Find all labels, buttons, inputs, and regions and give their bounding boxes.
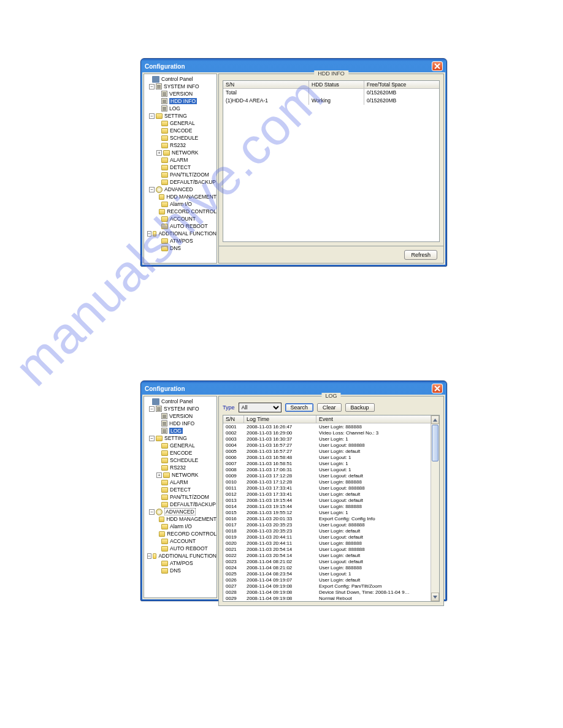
hdd-table[interactable]: S/N HDD Status Free/Total Space Total0/1… (223, 80, 440, 242)
table-row[interactable]: 00202008-11-03 20:44:11User Login: 88888… (223, 540, 439, 546)
clear-button[interactable]: Clear (317, 403, 342, 412)
col-status[interactable]: HDD Status (309, 81, 364, 89)
table-row[interactable]: 00182008-11-03 20:35:23User Login: defau… (223, 528, 439, 534)
search-button[interactable]: Search (285, 403, 314, 412)
backup-button[interactable]: Backup (345, 403, 375, 412)
tree-group-setting[interactable]: − SETTING (144, 112, 216, 119)
table-row[interactable]: 00232008-11-04 08:21:02User Logout: defa… (223, 558, 439, 564)
tree-item-dns[interactable]: DNS (144, 245, 216, 252)
scroll-down-button[interactable] (431, 593, 439, 601)
tree-item-network[interactable]: +NETWORK (144, 149, 216, 156)
tree-item-general[interactable]: GENERAL (144, 119, 216, 127)
titlebar[interactable]: Configuration (142, 382, 445, 395)
tree-item-version[interactable]: VERSION (144, 90, 216, 97)
scroll-up-button[interactable] (431, 415, 439, 424)
nav-tree[interactable]: Control Panel − SYSTEM INFO VERSION HDD … (144, 396, 217, 598)
table-row[interactable]: 00212008-11-03 20:54:14User Logout: 8888… (223, 546, 439, 552)
tree-item-atmpos[interactable]: ATM/POS (144, 237, 216, 245)
table-row[interactable]: 00142008-11-03 19:15:44User Login: 88888… (223, 503, 439, 509)
tree-item-detect[interactable]: DETECT (144, 486, 216, 493)
tree-group-advanced[interactable]: − ADVANCED (144, 508, 216, 515)
vertical-scrollbar[interactable] (431, 415, 439, 601)
table-row[interactable]: 00072008-11-03 16:58:51User Login: 1 (223, 460, 439, 466)
table-row[interactable]: 00272008-11-04 09:19:08Export Config: Pa… (223, 583, 439, 589)
tree-item-alarm-io[interactable]: Alarm I/O (144, 523, 216, 530)
table-row[interactable]: 00122008-11-03 17:33:41User Login: defau… (223, 491, 439, 497)
tree-item-hdd-mgmt[interactable]: HDD MANAGEMENT (144, 193, 216, 200)
tree-item-record-control[interactable]: RECORD CONTROL (144, 208, 216, 215)
close-button[interactable] (432, 384, 443, 393)
table-row[interactable]: 00062008-11-03 16:58:48User Logout: 1 (223, 454, 439, 460)
table-row[interactable]: 00132008-11-03 19:15:44User Logout: defa… (223, 497, 439, 503)
tree-item-rs232[interactable]: RS232 (144, 142, 216, 149)
tree-item-general[interactable]: GENERAL (144, 442, 216, 449)
tree-item-hdd-mgmt[interactable]: HDD MANAGEMENT (144, 515, 216, 523)
titlebar[interactable]: Configuration (142, 60, 445, 72)
table-row[interactable]: 00292008-11-04 09:19:08Normal Reboot (223, 595, 439, 601)
tree-item-alarm[interactable]: ALARM (144, 479, 216, 486)
col-event[interactable]: Event (316, 415, 439, 423)
tree-item-auto-reboot[interactable]: AUTO REBOOT (144, 545, 216, 552)
table-row[interactable]: 00222008-11-03 20:54:14User Login: defau… (223, 552, 439, 558)
tree-item-encode[interactable]: ENCODE (144, 127, 216, 134)
table-row[interactable]: 00162008-11-03 20:01:33Export Config: Co… (223, 515, 439, 521)
table-row[interactable]: 00152008-11-03 19:55:12User Login: 1 (223, 509, 439, 515)
table-row[interactable]: 00052008-11-03 16:57:27User Login: defau… (223, 448, 439, 454)
tree-root[interactable]: Control Panel (144, 75, 216, 83)
tree-item-default-backup[interactable]: DEFAULT/BACKUP (144, 501, 216, 508)
tree-root[interactable]: Control Panel (144, 398, 216, 405)
tree-item-encode[interactable]: ENCODE (144, 449, 216, 457)
nav-tree[interactable]: Control Panel − SYSTEM INFO VERSION HDD … (144, 74, 217, 264)
tree-item-schedule[interactable]: SCHEDULE (144, 457, 216, 464)
tree-item-record-control[interactable]: RECORD CONTROL (144, 530, 216, 537)
tree-item-default-backup[interactable]: DEFAULT/BACKUP (144, 178, 216, 186)
table-row[interactable]: (1)HDD-4 AREA-1Working0/152620MB (223, 97, 439, 105)
tree-group-system-info[interactable]: − SYSTEM INFO (144, 405, 216, 412)
tree-item-atmpos[interactable]: ATM/POS (144, 559, 216, 567)
tree-item-account[interactable]: ACCOUNT (144, 537, 216, 545)
table-row[interactable]: 00042008-11-03 16:57:27User Logout: 8888… (223, 442, 439, 448)
tree-group-additional[interactable]: − ADDTIONAL FUNCTION (144, 230, 216, 237)
tree-item-alarm[interactable]: ALARM (144, 156, 216, 164)
log-table[interactable]: S/N Log Time Event 00012008-11-03 16:26:… (223, 415, 440, 602)
table-row[interactable]: 00032008-11-03 16:30:37User Login: 1 (223, 436, 439, 442)
tree-item-alarm-io[interactable]: Alarm I/O (144, 200, 216, 208)
scroll-thumb[interactable] (432, 425, 439, 461)
table-row[interactable]: 00012008-11-03 16:26:47User Login: 88888… (223, 423, 439, 430)
table-row[interactable]: Total0/152620MB (223, 89, 439, 97)
refresh-button[interactable]: Refresh (404, 250, 437, 260)
col-time[interactable]: Log Time (244, 415, 316, 423)
tree-item-log[interactable]: LOG (144, 427, 216, 434)
table-row[interactable]: 00192008-11-03 20:44:11User Logout: defa… (223, 534, 439, 540)
table-row[interactable]: 00092008-11-03 17:12:28User Logout: defa… (223, 472, 439, 479)
tree-item-dns[interactable]: DNS (144, 567, 216, 574)
table-row[interactable]: 00172008-11-03 20:35:23User Logout: 8888… (223, 521, 439, 528)
tree-item-rs232[interactable]: RS232 (144, 464, 216, 471)
table-row[interactable]: 00112008-11-03 17:33:41User Logout: 8888… (223, 485, 439, 491)
table-row[interactable]: 00022008-11-03 16:29:00Video Loss: Chann… (223, 430, 439, 436)
tree-item-network[interactable]: +NETWORK (144, 471, 216, 479)
type-select[interactable]: All (239, 403, 282, 412)
table-row[interactable]: 00082008-11-03 17:06:31User Logout: 1 (223, 466, 439, 472)
tree-group-system-info[interactable]: − SYSTEM INFO (144, 83, 216, 90)
tree-group-setting[interactable]: − SETTING (144, 434, 216, 442)
tree-item-account[interactable]: ACCOUNT (144, 215, 216, 222)
tree-item-hdd-info[interactable]: HDD INFO (144, 420, 216, 427)
close-button[interactable] (432, 61, 443, 71)
table-row[interactable]: 00102008-11-03 17:12:28User Login: 88888… (223, 479, 439, 485)
col-space[interactable]: Free/Total Space (364, 81, 439, 89)
tree-item-version[interactable]: VERSION (144, 412, 216, 420)
col-sn[interactable]: S/N (223, 81, 309, 89)
tree-item-ptz[interactable]: PAN/TILT/ZOOM (144, 171, 216, 178)
tree-group-additional[interactable]: − ADDTIONAL FUNCTION (144, 552, 216, 559)
tree-group-advanced[interactable]: − ADVANCED (144, 186, 216, 193)
table-row[interactable]: 00242008-11-04 08:21:02User Login: 88888… (223, 564, 439, 571)
table-row[interactable]: 00252008-11-04 08:23:54User Logout: 1 (223, 571, 439, 577)
table-row[interactable]: 00282008-11-04 09:19:08Device Shut Down,… (223, 589, 439, 595)
tree-item-schedule[interactable]: SCHEDULE (144, 134, 216, 142)
tree-item-detect[interactable]: DETECT (144, 164, 216, 171)
table-row[interactable]: 00262008-11-04 09:19:07User Login: defau… (223, 577, 439, 583)
tree-item-ptz[interactable]: PAN/TILT/ZOOM (144, 493, 216, 501)
tree-item-hdd-info[interactable]: HDD INFO (144, 97, 216, 105)
tree-item-log[interactable]: LOG (144, 105, 216, 112)
